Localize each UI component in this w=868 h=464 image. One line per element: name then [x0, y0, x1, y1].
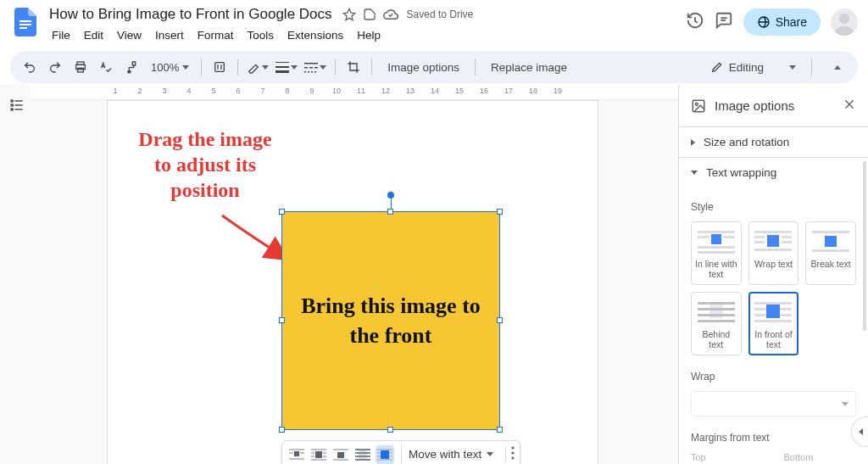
collapse-toolbar-button[interactable] — [826, 55, 849, 79]
star-icon[interactable] — [342, 8, 356, 21]
behind-option-mini[interactable] — [353, 445, 372, 464]
move-icon[interactable] — [363, 8, 376, 21]
menu-format[interactable]: Format — [192, 27, 240, 43]
resize-handle[interactable] — [497, 317, 503, 323]
wrap-option[interactable]: Wrap text — [748, 221, 799, 285]
comments-icon[interactable] — [715, 11, 733, 33]
size-rotation-section[interactable]: Size and rotation — [679, 127, 868, 158]
menu-tools[interactable]: Tools — [242, 27, 281, 43]
svg-rect-71 — [754, 241, 765, 243]
ruler-tick: 19 — [554, 87, 562, 95]
margin-bottom-label: Bottom — [784, 452, 857, 462]
svg-rect-80 — [698, 314, 735, 316]
inline-option[interactable]: In line with text — [691, 221, 742, 285]
svg-rect-68 — [767, 235, 779, 247]
svg-rect-29 — [289, 449, 304, 450]
close-panel-button[interactable] — [843, 98, 856, 115]
image-options-panel: Image options Size and rotation Text wra… — [678, 85, 868, 464]
ruler-tick: 9 — [309, 87, 314, 95]
rotation-handle[interactable] — [387, 192, 394, 198]
ruler-tick: 6 — [236, 87, 240, 95]
border-dash-button[interactable] — [303, 56, 328, 78]
menu-extensions[interactable]: Extensions — [281, 27, 349, 43]
inline-option-mini[interactable] — [287, 445, 306, 464]
more-options-button[interactable] — [505, 446, 515, 463]
svg-point-25 — [11, 104, 13, 107]
wrap-option-mini[interactable] — [309, 445, 328, 464]
behind-option[interactable]: Behind text — [691, 292, 742, 355]
resize-handle[interactable] — [279, 209, 285, 215]
svg-rect-48 — [355, 459, 370, 461]
print-button[interactable] — [70, 56, 92, 78]
chevron-right-icon — [691, 139, 695, 146]
panel-scrollbar[interactable] — [863, 161, 866, 331]
account-avatar[interactable] — [831, 8, 858, 36]
svg-rect-86 — [766, 305, 780, 318]
menu-view[interactable]: View — [111, 27, 147, 43]
annotation-text: Drag the image to adjust its position — [129, 126, 281, 203]
crop-button[interactable] — [342, 56, 364, 78]
svg-rect-62 — [698, 236, 709, 238]
svg-rect-36 — [311, 452, 314, 454]
svg-rect-81 — [698, 320, 735, 322]
svg-rect-76 — [812, 249, 849, 252]
ruler-tick: 3 — [162, 87, 166, 95]
front-option[interactable]: In front of text — [748, 292, 799, 355]
svg-rect-31 — [294, 451, 299, 456]
panel-title: Image options — [715, 98, 834, 113]
menu-edit[interactable]: Edit — [78, 27, 109, 43]
resize-handle[interactable] — [279, 427, 285, 433]
svg-rect-73 — [754, 249, 792, 251]
break-option[interactable]: Break text — [805, 221, 856, 285]
share-button[interactable]: Share — [743, 8, 821, 36]
svg-rect-85 — [754, 320, 792, 322]
svg-rect-78 — [698, 302, 735, 305]
menu-insert[interactable]: Insert — [149, 27, 190, 43]
spellcheck-button[interactable] — [95, 56, 117, 78]
editing-mode-dropdown[interactable]: Editing — [702, 57, 804, 77]
border-weight-button[interactable] — [274, 56, 299, 78]
docs-logo[interactable] — [10, 7, 41, 37]
ruler-tick: 2 — [137, 87, 142, 95]
resize-handle[interactable] — [279, 317, 285, 323]
text-wrapping-section[interactable]: Text wrapping — [679, 158, 868, 187]
menu-help[interactable]: Help — [351, 27, 387, 43]
break-option-mini[interactable] — [331, 445, 350, 464]
document-title[interactable]: How to Bring Image to Front in Google Do… — [46, 5, 336, 24]
zoom-dropdown[interactable]: 100% — [146, 61, 194, 74]
svg-point-56 — [512, 456, 515, 459]
image-layout-toolbar: Move with text — [281, 440, 520, 464]
svg-rect-12 — [275, 62, 289, 63]
horizontal-ruler[interactable]: 12345678910111213141516171819 — [31, 85, 678, 100]
resize-handle[interactable] — [497, 427, 503, 433]
saved-status: Saved to Drive — [407, 8, 474, 20]
border-color-button[interactable] — [245, 56, 270, 78]
ruler-tick: 13 — [406, 87, 415, 95]
resize-handle[interactable] — [387, 209, 393, 215]
move-with-text-dropdown[interactable]: Move with text — [401, 444, 500, 464]
history-icon[interactable] — [686, 11, 704, 33]
wrap-dropdown[interactable] — [691, 391, 856, 416]
svg-rect-46 — [355, 452, 370, 454]
svg-rect-57 — [693, 100, 704, 112]
cloud-saved-icon[interactable] — [383, 7, 398, 22]
outline-toggle-button[interactable] — [8, 97, 25, 117]
image-options-button[interactable]: Image options — [379, 58, 468, 77]
menu-file[interactable]: File — [46, 27, 76, 43]
selected-image[interactable]: Bring this image to the front — [281, 211, 500, 430]
ai-button[interactable] — [209, 56, 231, 78]
paint-format-button[interactable] — [120, 56, 142, 78]
redo-button[interactable] — [44, 56, 66, 78]
resize-handle[interactable] — [497, 209, 503, 215]
document-page[interactable]: Drag the image to adjust its position Br… — [107, 100, 598, 464]
svg-rect-16 — [304, 67, 308, 69]
resize-handle[interactable] — [387, 427, 393, 433]
front-option-mini[interactable] — [376, 445, 394, 464]
replace-image-button[interactable]: Replace image — [482, 58, 576, 77]
margins-label: Margins from text — [691, 432, 856, 444]
svg-rect-30 — [289, 452, 293, 454]
ruler-tick: 15 — [455, 87, 464, 95]
svg-rect-40 — [311, 459, 326, 461]
undo-button[interactable] — [19, 56, 41, 78]
ruler-tick: 16 — [480, 87, 488, 95]
